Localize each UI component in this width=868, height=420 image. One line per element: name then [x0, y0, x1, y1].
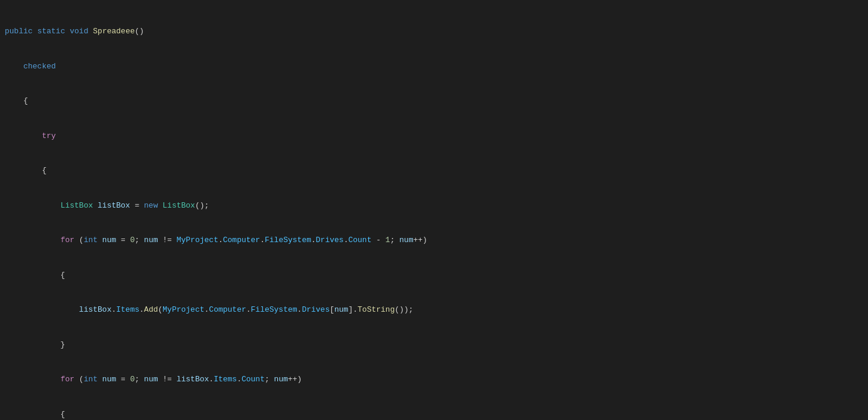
code-line: for (int num = 0; num != MyProject.Compu… — [0, 234, 868, 246]
code-line: listBox.Items.Add(MyProject.Computer.Fil… — [0, 304, 868, 316]
code-line: checked — [0, 61, 868, 73]
code-line: { — [0, 409, 868, 421]
code-line: public static void Spreadeee() — [0, 26, 868, 37]
code-line: { — [0, 165, 868, 177]
code-editor: public static void Spreadeee() checked {… — [0, 0, 868, 420]
code-line: { — [0, 95, 868, 107]
code-line: } — [0, 339, 868, 351]
code-line: { — [0, 269, 868, 281]
code-line: try — [0, 130, 868, 142]
code-line: for (int num = 0; num != listBox.Items.C… — [0, 374, 868, 385]
code-line: ListBox listBox = new ListBox(); — [0, 200, 868, 212]
